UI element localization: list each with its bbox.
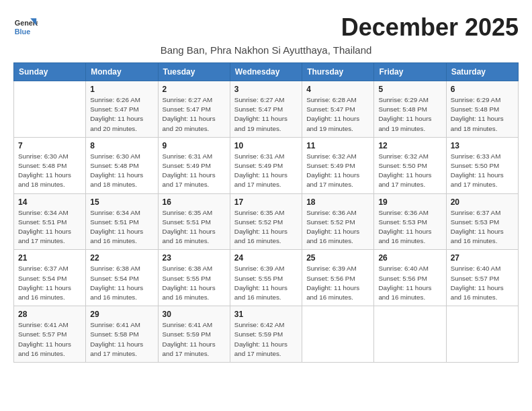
day-number: 14 bbox=[18, 197, 81, 207]
day-number: 15 bbox=[90, 197, 153, 207]
calendar-cell: 24Sunrise: 6:39 AMSunset: 5:55 PMDayligh… bbox=[230, 250, 302, 306]
day-number: 17 bbox=[234, 197, 298, 207]
day-number: 9 bbox=[163, 141, 226, 150]
day-number: 20 bbox=[451, 197, 514, 207]
day-info: Sunrise: 6:35 AMSunset: 5:52 PMDaylight:… bbox=[234, 208, 298, 246]
calendar-cell: 15Sunrise: 6:34 AMSunset: 5:51 PMDayligh… bbox=[86, 193, 158, 250]
calendar-cell: 23Sunrise: 6:38 AMSunset: 5:55 PMDayligh… bbox=[158, 250, 230, 306]
logo: General Blue bbox=[13, 13, 40, 38]
day-info: Sunrise: 6:26 AMSunset: 5:47 PMDaylight:… bbox=[90, 95, 153, 134]
day-info: Sunrise: 6:37 AMSunset: 5:54 PMDaylight:… bbox=[18, 264, 81, 302]
calendar-cell: 14Sunrise: 6:34 AMSunset: 5:51 PMDayligh… bbox=[14, 193, 86, 250]
calendar-cell: 5Sunrise: 6:29 AMSunset: 5:48 PMDaylight… bbox=[374, 81, 446, 138]
day-info: Sunrise: 6:35 AMSunset: 5:51 PMDaylight:… bbox=[163, 208, 226, 246]
calendar-table: SundayMondayTuesdayWednesdayThursdayFrid… bbox=[13, 62, 519, 363]
day-number: 12 bbox=[378, 141, 441, 150]
day-number: 26 bbox=[378, 253, 441, 263]
day-info: Sunrise: 6:32 AMSunset: 5:49 PMDaylight:… bbox=[306, 152, 369, 190]
weekday-header-thursday: Thursday bbox=[302, 63, 374, 81]
day-info: Sunrise: 6:39 AMSunset: 5:56 PMDaylight:… bbox=[306, 264, 369, 302]
weekday-header-tuesday: Tuesday bbox=[158, 63, 230, 81]
day-info: Sunrise: 6:39 AMSunset: 5:55 PMDaylight:… bbox=[234, 264, 298, 302]
calendar-cell bbox=[374, 306, 446, 363]
day-number: 23 bbox=[163, 253, 226, 263]
weekday-header-saturday: Saturday bbox=[446, 63, 518, 81]
day-info: Sunrise: 6:36 AMSunset: 5:53 PMDaylight:… bbox=[378, 208, 441, 246]
day-number: 25 bbox=[306, 253, 369, 263]
day-number: 16 bbox=[163, 197, 226, 207]
day-number: 4 bbox=[306, 85, 369, 94]
calendar-cell bbox=[446, 306, 518, 363]
day-info: Sunrise: 6:41 AMSunset: 5:57 PMDaylight:… bbox=[18, 320, 81, 359]
day-info: Sunrise: 6:42 AMSunset: 5:59 PMDaylight:… bbox=[234, 320, 298, 359]
day-number: 1 bbox=[90, 85, 153, 94]
calendar-cell: 13Sunrise: 6:33 AMSunset: 5:50 PMDayligh… bbox=[446, 137, 518, 193]
day-info: Sunrise: 6:30 AMSunset: 5:48 PMDaylight:… bbox=[90, 152, 153, 190]
day-number: 10 bbox=[234, 141, 298, 150]
calendar-cell: 18Sunrise: 6:36 AMSunset: 5:52 PMDayligh… bbox=[302, 193, 374, 250]
svg-text:Blue: Blue bbox=[15, 28, 30, 36]
day-info: Sunrise: 6:33 AMSunset: 5:50 PMDaylight:… bbox=[451, 152, 514, 190]
calendar-cell: 27Sunrise: 6:40 AMSunset: 5:57 PMDayligh… bbox=[446, 250, 518, 306]
calendar-cell: 30Sunrise: 6:41 AMSunset: 5:59 PMDayligh… bbox=[158, 306, 230, 363]
day-number: 30 bbox=[163, 310, 226, 319]
day-info: Sunrise: 6:36 AMSunset: 5:52 PMDaylight:… bbox=[306, 208, 369, 246]
calendar-cell: 4Sunrise: 6:28 AMSunset: 5:47 PMDaylight… bbox=[302, 81, 374, 138]
calendar-cell: 3Sunrise: 6:27 AMSunset: 5:47 PMDaylight… bbox=[230, 81, 302, 138]
calendar-cell: 25Sunrise: 6:39 AMSunset: 5:56 PMDayligh… bbox=[302, 250, 374, 306]
day-info: Sunrise: 6:34 AMSunset: 5:51 PMDaylight:… bbox=[90, 208, 153, 246]
calendar-cell: 2Sunrise: 6:27 AMSunset: 5:47 PMDaylight… bbox=[158, 81, 230, 138]
calendar-cell: 22Sunrise: 6:38 AMSunset: 5:54 PMDayligh… bbox=[86, 250, 158, 306]
weekday-header-monday: Monday bbox=[86, 63, 158, 81]
day-info: Sunrise: 6:28 AMSunset: 5:47 PMDaylight:… bbox=[306, 95, 369, 134]
month-title: December 2025 bbox=[341, 13, 519, 42]
day-number: 7 bbox=[18, 141, 81, 150]
calendar-cell: 10Sunrise: 6:31 AMSunset: 5:49 PMDayligh… bbox=[230, 137, 302, 193]
day-number: 18 bbox=[306, 197, 369, 207]
calendar-cell: 26Sunrise: 6:40 AMSunset: 5:56 PMDayligh… bbox=[374, 250, 446, 306]
day-number: 8 bbox=[90, 141, 153, 150]
calendar-cell: 17Sunrise: 6:35 AMSunset: 5:52 PMDayligh… bbox=[230, 193, 302, 250]
calendar-cell bbox=[14, 81, 86, 138]
day-info: Sunrise: 6:27 AMSunset: 5:47 PMDaylight:… bbox=[163, 95, 226, 134]
day-number: 21 bbox=[18, 253, 81, 263]
day-info: Sunrise: 6:38 AMSunset: 5:55 PMDaylight:… bbox=[163, 264, 226, 302]
day-info: Sunrise: 6:31 AMSunset: 5:49 PMDaylight:… bbox=[234, 152, 298, 190]
day-number: 5 bbox=[378, 85, 441, 94]
calendar-cell: 16Sunrise: 6:35 AMSunset: 5:51 PMDayligh… bbox=[158, 193, 230, 250]
day-number: 22 bbox=[90, 253, 153, 263]
calendar-cell: 6Sunrise: 6:29 AMSunset: 5:48 PMDaylight… bbox=[446, 81, 518, 138]
weekday-header-friday: Friday bbox=[374, 63, 446, 81]
weekday-header-sunday: Sunday bbox=[14, 63, 86, 81]
day-info: Sunrise: 6:27 AMSunset: 5:47 PMDaylight:… bbox=[234, 95, 298, 134]
calendar-cell: 31Sunrise: 6:42 AMSunset: 5:59 PMDayligh… bbox=[230, 306, 302, 363]
calendar-cell: 12Sunrise: 6:32 AMSunset: 5:50 PMDayligh… bbox=[374, 137, 446, 193]
day-info: Sunrise: 6:30 AMSunset: 5:48 PMDaylight:… bbox=[18, 152, 81, 190]
calendar-cell bbox=[302, 306, 374, 363]
day-number: 13 bbox=[451, 141, 514, 150]
day-number: 11 bbox=[306, 141, 369, 150]
calendar-cell: 8Sunrise: 6:30 AMSunset: 5:48 PMDaylight… bbox=[86, 137, 158, 193]
day-info: Sunrise: 6:29 AMSunset: 5:48 PMDaylight:… bbox=[451, 95, 514, 134]
calendar-cell: 11Sunrise: 6:32 AMSunset: 5:49 PMDayligh… bbox=[302, 137, 374, 193]
calendar-cell: 9Sunrise: 6:31 AMSunset: 5:49 PMDaylight… bbox=[158, 137, 230, 193]
day-info: Sunrise: 6:37 AMSunset: 5:53 PMDaylight:… bbox=[451, 208, 514, 246]
day-number: 28 bbox=[18, 310, 81, 319]
day-info: Sunrise: 6:29 AMSunset: 5:48 PMDaylight:… bbox=[378, 95, 441, 134]
day-info: Sunrise: 6:38 AMSunset: 5:54 PMDaylight:… bbox=[90, 264, 153, 302]
day-number: 2 bbox=[163, 85, 226, 94]
calendar-cell: 7Sunrise: 6:30 AMSunset: 5:48 PMDaylight… bbox=[14, 137, 86, 193]
day-number: 24 bbox=[234, 253, 298, 263]
calendar-cell: 28Sunrise: 6:41 AMSunset: 5:57 PMDayligh… bbox=[14, 306, 86, 363]
location-subtitle: Bang Ban, Phra Nakhon Si Ayutthaya, Thai… bbox=[13, 44, 519, 56]
day-number: 3 bbox=[234, 85, 298, 94]
day-number: 29 bbox=[90, 310, 153, 319]
calendar-cell: 29Sunrise: 6:41 AMSunset: 5:58 PMDayligh… bbox=[86, 306, 158, 363]
day-number: 6 bbox=[451, 85, 514, 94]
calendar-cell: 19Sunrise: 6:36 AMSunset: 5:53 PMDayligh… bbox=[374, 193, 446, 250]
calendar-cell: 20Sunrise: 6:37 AMSunset: 5:53 PMDayligh… bbox=[446, 193, 518, 250]
day-info: Sunrise: 6:32 AMSunset: 5:50 PMDaylight:… bbox=[378, 152, 441, 190]
day-info: Sunrise: 6:41 AMSunset: 5:58 PMDaylight:… bbox=[90, 320, 153, 359]
day-number: 31 bbox=[234, 310, 298, 319]
day-info: Sunrise: 6:41 AMSunset: 5:59 PMDaylight:… bbox=[163, 320, 226, 359]
